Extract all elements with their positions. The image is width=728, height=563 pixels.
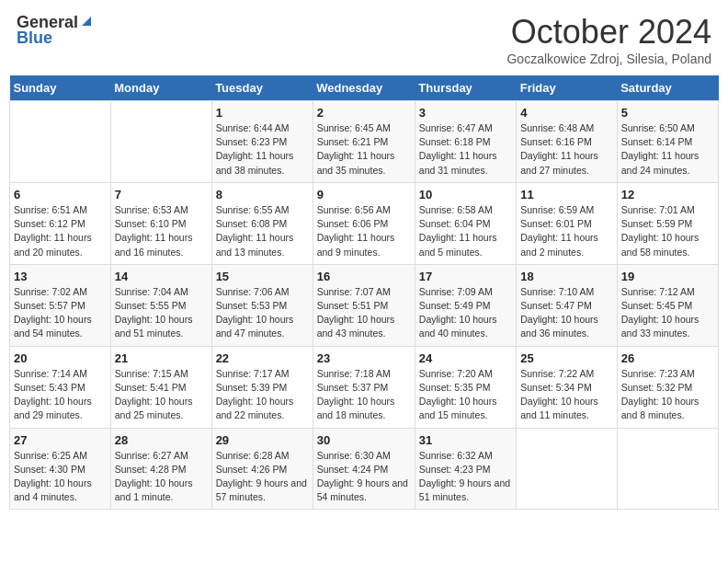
- day-cell: 22Sunrise: 7:17 AM Sunset: 5:39 PM Dayli…: [211, 346, 313, 428]
- weekday-header-sunday: Sunday: [10, 75, 111, 101]
- weekday-header-tuesday: Tuesday: [211, 75, 313, 101]
- day-info: Sunrise: 7:14 AM Sunset: 5:43 PM Dayligh…: [14, 367, 107, 423]
- day-number: 19: [621, 270, 714, 283]
- day-number: 8: [216, 188, 309, 201]
- day-cell: 9Sunrise: 6:56 AM Sunset: 6:06 PM Daylig…: [313, 182, 415, 264]
- day-cell: 20Sunrise: 7:14 AM Sunset: 5:43 PM Dayli…: [10, 346, 111, 428]
- week-row-3: 13Sunrise: 7:02 AM Sunset: 5:57 PM Dayli…: [10, 264, 719, 346]
- day-info: Sunrise: 6:44 AM Sunset: 6:23 PM Dayligh…: [216, 121, 309, 178]
- day-cell: 27Sunrise: 6:25 AM Sunset: 4:30 PM Dayli…: [10, 428, 111, 510]
- day-cell: 17Sunrise: 7:09 AM Sunset: 5:49 PM Dayli…: [415, 264, 516, 346]
- day-cell: 12Sunrise: 7:01 AM Sunset: 5:59 PM Dayli…: [617, 182, 718, 264]
- day-info: Sunrise: 6:58 AM Sunset: 6:04 PM Dayligh…: [419, 203, 512, 259]
- day-number: 23: [317, 351, 411, 365]
- weekday-header-wednesday: Wednesday: [313, 75, 415, 101]
- weekday-header-row: SundayMondayTuesdayWednesdayThursdayFrid…: [10, 75, 719, 101]
- weekday-header-friday: Friday: [517, 75, 617, 101]
- logo-blue: Blue: [17, 29, 52, 48]
- day-cell: [517, 428, 617, 510]
- weekday-header-monday: Monday: [110, 75, 211, 101]
- day-info: Sunrise: 6:50 AM Sunset: 6:14 PM Dayligh…: [621, 121, 714, 178]
- day-number: 29: [216, 433, 309, 447]
- svg-marker-0: [82, 17, 91, 26]
- calendar-table: SundayMondayTuesdayWednesdayThursdayFrid…: [9, 75, 719, 510]
- day-cell: [617, 428, 718, 510]
- day-number: 30: [317, 433, 411, 447]
- day-info: Sunrise: 7:04 AM Sunset: 5:55 PM Dayligh…: [115, 285, 208, 341]
- day-number: 28: [115, 433, 208, 447]
- week-row-1: 1Sunrise: 6:44 AM Sunset: 6:23 PM Daylig…: [10, 101, 719, 183]
- day-number: 16: [317, 270, 411, 283]
- weekday-header-thursday: Thursday: [415, 75, 516, 101]
- day-cell: 5Sunrise: 6:50 AM Sunset: 6:14 PM Daylig…: [617, 101, 718, 183]
- day-number: 25: [520, 351, 612, 365]
- day-info: Sunrise: 7:01 AM Sunset: 5:59 PM Dayligh…: [621, 203, 714, 259]
- day-number: 5: [621, 106, 714, 120]
- weekday-header-saturday: Saturday: [617, 75, 718, 101]
- day-info: Sunrise: 6:59 AM Sunset: 6:01 PM Dayligh…: [520, 203, 612, 259]
- title-area: October 2024 Goczalkowice Zdroj, Silesia…: [506, 13, 711, 66]
- day-info: Sunrise: 7:02 AM Sunset: 5:57 PM Dayligh…: [14, 285, 107, 341]
- day-cell: 7Sunrise: 6:53 AM Sunset: 6:10 PM Daylig…: [110, 182, 211, 264]
- day-number: 10: [419, 188, 512, 201]
- day-number: 6: [14, 188, 107, 201]
- location: Goczalkowice Zdroj, Silesia, Poland: [506, 52, 711, 66]
- day-cell: 8Sunrise: 6:55 AM Sunset: 6:08 PM Daylig…: [211, 182, 313, 264]
- day-number: 31: [419, 433, 512, 447]
- logo: General Blue: [17, 13, 93, 48]
- day-cell: 3Sunrise: 6:47 AM Sunset: 6:18 PM Daylig…: [415, 101, 516, 183]
- day-cell: 30Sunrise: 6:30 AM Sunset: 4:24 PM Dayli…: [313, 428, 415, 510]
- day-info: Sunrise: 7:10 AM Sunset: 5:47 PM Dayligh…: [520, 285, 612, 341]
- day-cell: 26Sunrise: 7:23 AM Sunset: 5:32 PM Dayli…: [617, 346, 718, 428]
- day-cell: 18Sunrise: 7:10 AM Sunset: 5:47 PM Dayli…: [517, 264, 617, 346]
- day-number: 3: [419, 106, 512, 120]
- day-cell: 19Sunrise: 7:12 AM Sunset: 5:45 PM Dayli…: [617, 264, 718, 346]
- day-number: 4: [520, 106, 612, 120]
- day-cell: 4Sunrise: 6:48 AM Sunset: 6:16 PM Daylig…: [517, 101, 617, 183]
- month-title: October 2024: [506, 13, 711, 52]
- day-info: Sunrise: 7:06 AM Sunset: 5:53 PM Dayligh…: [216, 285, 309, 341]
- day-cell: 15Sunrise: 7:06 AM Sunset: 5:53 PM Dayli…: [211, 264, 313, 346]
- day-info: Sunrise: 6:27 AM Sunset: 4:28 PM Dayligh…: [115, 449, 208, 505]
- day-cell: 16Sunrise: 7:07 AM Sunset: 5:51 PM Dayli…: [313, 264, 415, 346]
- day-number: 27: [14, 433, 107, 447]
- page-header: General Blue October 2024 Goczalkowice Z…: [9, 9, 719, 70]
- day-cell: 11Sunrise: 6:59 AM Sunset: 6:01 PM Dayli…: [517, 182, 617, 264]
- day-cell: 21Sunrise: 7:15 AM Sunset: 5:41 PM Dayli…: [110, 346, 211, 428]
- day-number: 26: [621, 351, 714, 365]
- day-info: Sunrise: 6:51 AM Sunset: 6:12 PM Dayligh…: [14, 203, 107, 259]
- day-info: Sunrise: 7:07 AM Sunset: 5:51 PM Dayligh…: [317, 285, 411, 341]
- day-number: 15: [216, 270, 309, 283]
- day-cell: 10Sunrise: 6:58 AM Sunset: 6:04 PM Dayli…: [415, 182, 516, 264]
- day-cell: 2Sunrise: 6:45 AM Sunset: 6:21 PM Daylig…: [313, 101, 415, 183]
- day-info: Sunrise: 6:25 AM Sunset: 4:30 PM Dayligh…: [14, 449, 107, 505]
- day-info: Sunrise: 7:12 AM Sunset: 5:45 PM Dayligh…: [621, 285, 714, 341]
- day-cell: 24Sunrise: 7:20 AM Sunset: 5:35 PM Dayli…: [415, 346, 516, 428]
- day-info: Sunrise: 7:17 AM Sunset: 5:39 PM Dayligh…: [216, 367, 309, 423]
- week-row-2: 6Sunrise: 6:51 AM Sunset: 6:12 PM Daylig…: [10, 182, 719, 264]
- day-info: Sunrise: 6:53 AM Sunset: 6:10 PM Dayligh…: [115, 203, 208, 259]
- day-cell: 14Sunrise: 7:04 AM Sunset: 5:55 PM Dayli…: [110, 264, 211, 346]
- day-info: Sunrise: 6:30 AM Sunset: 4:24 PM Dayligh…: [317, 449, 411, 505]
- day-info: Sunrise: 7:20 AM Sunset: 5:35 PM Dayligh…: [419, 367, 512, 423]
- day-number: 20: [14, 351, 107, 365]
- day-cell: 29Sunrise: 6:28 AM Sunset: 4:26 PM Dayli…: [211, 428, 313, 510]
- day-info: Sunrise: 6:47 AM Sunset: 6:18 PM Dayligh…: [419, 121, 512, 178]
- day-info: Sunrise: 7:22 AM Sunset: 5:34 PM Dayligh…: [520, 367, 612, 423]
- day-info: Sunrise: 6:45 AM Sunset: 6:21 PM Dayligh…: [317, 121, 411, 178]
- day-info: Sunrise: 7:18 AM Sunset: 5:37 PM Dayligh…: [317, 367, 411, 423]
- day-cell: 1Sunrise: 6:44 AM Sunset: 6:23 PM Daylig…: [211, 101, 313, 183]
- day-info: Sunrise: 6:48 AM Sunset: 6:16 PM Dayligh…: [520, 121, 612, 178]
- day-number: 18: [520, 270, 612, 283]
- day-number: 7: [115, 188, 208, 201]
- day-info: Sunrise: 7:15 AM Sunset: 5:41 PM Dayligh…: [115, 367, 208, 423]
- day-info: Sunrise: 7:09 AM Sunset: 5:49 PM Dayligh…: [419, 285, 512, 341]
- day-number: 17: [419, 270, 512, 283]
- day-number: 1: [216, 106, 309, 120]
- day-number: 9: [317, 188, 411, 201]
- day-number: 12: [621, 188, 714, 201]
- day-number: 14: [115, 270, 208, 283]
- day-cell: 13Sunrise: 7:02 AM Sunset: 5:57 PM Dayli…: [10, 264, 111, 346]
- day-number: 21: [115, 351, 208, 365]
- day-info: Sunrise: 6:32 AM Sunset: 4:23 PM Dayligh…: [419, 449, 512, 505]
